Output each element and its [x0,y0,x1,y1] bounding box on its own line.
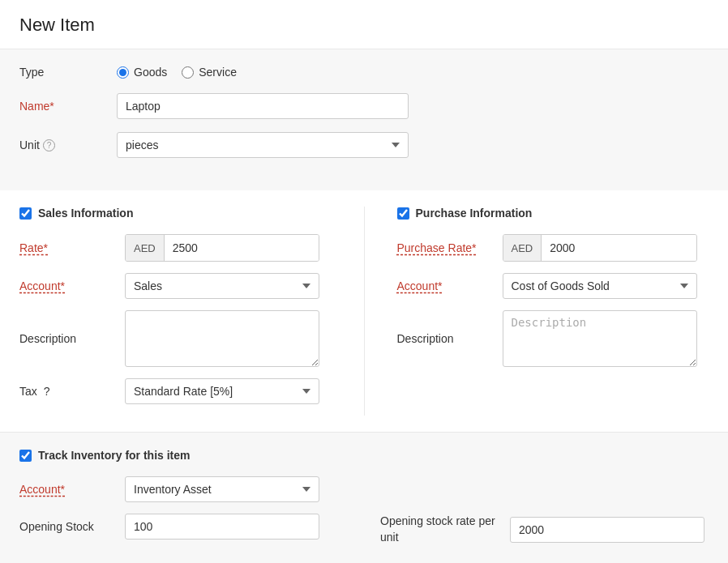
inventory-title: Track Inventory for this item [38,449,191,462]
purchase-rate-input[interactable] [542,235,696,261]
purchase-description-textarea[interactable] [503,310,697,367]
purchase-currency-badge: AED [503,235,542,261]
sales-description-label: Description [19,332,125,345]
sales-section: Sales Information Rate* AED Account* Sal… [19,207,365,416]
name-input[interactable] [117,93,409,119]
type-goods-option[interactable]: Goods [117,66,167,79]
sales-currency-badge: AED [126,235,165,261]
page-header: New Item [0,0,728,49]
inventory-fields: Account* Inventory Asset Other Current A… [19,476,709,557]
opening-stock-rate-label: Opening stock rate per unit [380,514,510,545]
purchase-rate-input-group: AED [503,234,697,262]
inventory-section: Track Inventory for this item Account* I… [0,433,728,563]
purchase-title: Purchase Information [416,207,533,220]
opening-stock-label: Opening Stock [19,520,125,533]
purchase-rate-row: Purchase Rate* AED [397,234,709,262]
inventory-account-label: Account* [19,483,125,496]
tax-help-icon[interactable]: ? [44,385,50,398]
type-service-label: Service [199,66,237,79]
sales-rate-label: Rate* [19,241,125,254]
inventory-checkbox[interactable] [19,450,32,462]
page-title: New Item [19,15,709,36]
opening-stock-rate-input[interactable] [510,517,704,543]
inventory-account-row: Account* Inventory Asset Other Current A… [19,476,348,502]
purchase-section: Purchase Information Purchase Rate* AED … [365,207,709,416]
sales-account-label: Account* [19,279,125,292]
type-label: Type [19,66,117,79]
name-label: Name* [19,100,117,113]
sales-title: Sales Information [38,207,133,220]
sales-tax-row: Tax ? Standard Rate [5%] Zero Rate [0%] … [19,378,332,404]
sales-rate-row: Rate* AED [19,234,332,262]
type-row: Type Goods Service [19,66,709,79]
purchase-account-row: Account* Cost of Goods Sold Purchases Ot… [397,273,709,299]
inventory-header: Track Inventory for this item [19,449,709,462]
unit-select[interactable]: pieces hours kg liters [117,132,409,158]
sales-description-textarea[interactable] [125,310,319,367]
opening-stock-rate-row: Opening stock rate per unit [380,514,709,545]
opening-stock-input[interactable] [125,514,319,540]
sales-account-select[interactable]: Sales Income Other Income [125,273,319,299]
unit-label: Unit ? [19,139,117,151]
sales-rate-input[interactable] [165,235,319,261]
type-radio-group: Goods Service [117,66,237,79]
sales-header: Sales Information [19,207,332,220]
sales-tax-label: Tax ? [19,385,125,398]
purchase-description-row: Description [397,310,709,367]
purchase-account-label: Account* [397,279,503,292]
basic-info-section: Type Goods Service Name* Unit ? pieces h… [0,49,728,190]
type-goods-label: Goods [134,66,167,79]
type-service-option[interactable]: Service [182,66,237,79]
sales-description-row: Description [19,310,332,367]
sales-rate-input-group: AED [125,234,319,262]
purchase-header: Purchase Information [397,207,709,220]
type-goods-radio[interactable] [117,66,129,79]
purchase-description-label: Description [397,332,503,345]
sales-purchase-sections: Sales Information Rate* AED Account* Sal… [0,190,728,433]
sales-tax-select[interactable]: Standard Rate [5%] Zero Rate [0%] Exempt [125,378,319,404]
inventory-right-col: Opening stock rate per unit [380,476,709,557]
name-row: Name* [19,93,709,119]
sales-checkbox[interactable] [19,207,32,220]
unit-row: Unit ? pieces hours kg liters [19,132,709,158]
unit-help-icon[interactable]: ? [43,139,55,151]
purchase-rate-label: Purchase Rate* [397,241,503,254]
purchase-account-select[interactable]: Cost of Goods Sold Purchases Other Expen… [503,273,697,299]
sales-account-row: Account* Sales Income Other Income [19,273,332,299]
purchase-checkbox[interactable] [397,207,409,220]
opening-stock-row: Opening Stock [19,514,348,540]
type-service-radio[interactable] [182,66,194,79]
inventory-left-col: Account* Inventory Asset Other Current A… [19,476,380,557]
inventory-account-select[interactable]: Inventory Asset Other Current Assets [125,476,319,502]
